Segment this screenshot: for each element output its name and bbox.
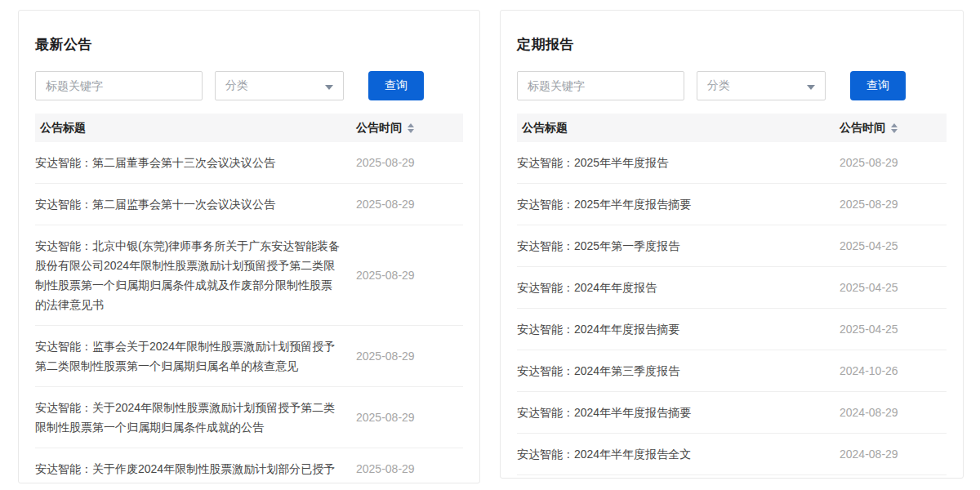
table-row[interactable]: 安达智能：2025年半年度报告 2025-08-29: [517, 142, 947, 184]
table-header: 公告标题 公告时间: [35, 114, 463, 142]
query-button[interactable]: 查询: [368, 71, 424, 100]
announcement-title[interactable]: 安达智能：关于作废2024年限制性股票激励计划部分已授予: [35, 459, 356, 479]
column-title-label: 公告标题: [40, 121, 356, 136]
keyword-input[interactable]: [517, 71, 684, 100]
report-title[interactable]: 安达智能：2025年半年度报告: [517, 153, 840, 172]
announcement-date: 2025-08-29: [356, 269, 463, 282]
report-date: 2025-04-25: [840, 323, 947, 336]
keyword-input[interactable]: [35, 71, 203, 100]
report-date: 2024-08-29: [840, 406, 947, 419]
column-date-label: 公告时间: [356, 121, 402, 136]
chevron-down-icon: [807, 85, 815, 90]
table-row[interactable]: 安达智能：第二届董事会第十三次会议决议公告 2025-08-29: [35, 142, 463, 184]
table-row[interactable]: 安达智能：2024年半年度报告全文 2024-08-29: [517, 434, 947, 475]
table-row[interactable]: 安达智能：2024年年度报告摘要 2025-04-25: [517, 309, 947, 350]
filter-bar: 分类 查询: [517, 71, 947, 100]
report-title[interactable]: 安达智能：2024年第三季度报告: [517, 361, 840, 381]
latest-announcements-panel: 最新公告 分类 查询 公告标题 公告时间 安达智能：第二届董事会第十三次会议决议…: [18, 10, 480, 483]
sort-icon[interactable]: [408, 123, 414, 133]
category-select[interactable]: 分类: [215, 71, 344, 100]
report-title[interactable]: 安达智能：2025年第一季度报告: [517, 236, 840, 256]
table-row[interactable]: 安达智能：关于2024年限制性股票激励计划预留授予第二类限制性股票第一个归属期归…: [35, 387, 463, 448]
column-title-label: 公告标题: [522, 121, 840, 136]
announcement-date: 2025-08-29: [356, 411, 463, 424]
filter-bar: 分类 查询: [35, 71, 463, 100]
report-title[interactable]: 安达智能：2024年半年度报告全文: [517, 444, 840, 464]
report-title[interactable]: 安达智能：2024年半年度报告摘要: [517, 403, 840, 422]
sort-icon[interactable]: [891, 123, 898, 133]
report-title[interactable]: 安达智能：2025年半年度报告摘要: [517, 194, 840, 214]
table-row[interactable]: 安达智能：监事会关于2024年限制性股票激励计划预留授予第二类限制性股票第一个归…: [35, 326, 463, 387]
table-row[interactable]: 安达智能：2024年第三季度报告 2024-10-26: [517, 350, 947, 392]
table-row[interactable]: 安达智能：第二届监事会第十一次会议决议公告 2025-08-29: [35, 184, 463, 225]
table-row[interactable]: 安达智能：2025年第一季度报告 2025-04-25: [517, 225, 947, 267]
table-row[interactable]: 安达智能：关于作废2024年限制性股票激励计划部分已授予 2025-08-29: [35, 448, 463, 483]
announcement-title[interactable]: 安达智能：关于2024年限制性股票激励计划预留授予第二类限制性股票第一个归属期归…: [35, 398, 356, 437]
table-row[interactable]: 安达智能：2024年半年度报告摘要 2024-08-29: [517, 392, 947, 434]
announcement-date: 2025-08-29: [356, 350, 463, 363]
announcement-title[interactable]: 安达智能：第二届监事会第十一次会议决议公告: [35, 194, 356, 214]
chevron-down-icon: [325, 85, 333, 90]
announcement-date: 2025-08-29: [356, 156, 463, 169]
periodic-reports-panel: 定期报告 分类 查询 公告标题 公告时间 安达智能：2025年半年度报告 202…: [500, 10, 964, 479]
panel-title: 定期报告: [517, 37, 947, 53]
report-title[interactable]: 安达智能：2024年年度报告: [517, 278, 840, 297]
table-row[interactable]: 安达智能：2024年年度报告 2025-04-25: [517, 267, 947, 309]
report-list: 安达智能：2025年半年度报告 2025-08-29 安达智能：2025年半年度…: [517, 142, 947, 475]
announcement-title[interactable]: 安达智能：北京中银(东莞)律师事务所关于广东安达智能装备股份有限公司2024年限…: [35, 236, 356, 314]
report-date: 2025-04-25: [840, 281, 947, 294]
report-date: 2025-04-25: [840, 239, 947, 252]
report-date: 2025-08-29: [840, 156, 947, 169]
table-row[interactable]: 安达智能：北京中银(东莞)律师事务所关于广东安达智能装备股份有限公司2024年限…: [35, 225, 463, 326]
report-title[interactable]: 安达智能：2024年年度报告摘要: [517, 319, 840, 339]
panel-title: 最新公告: [35, 37, 463, 53]
announcement-title[interactable]: 安达智能：第二届董事会第十三次会议决议公告: [35, 153, 356, 172]
table-row[interactable]: 安达智能：2025年半年度报告摘要 2025-08-29: [517, 184, 947, 225]
table-header: 公告标题 公告时间: [517, 114, 947, 142]
category-select-value: 分类: [225, 78, 248, 93]
category-select[interactable]: 分类: [697, 71, 826, 100]
query-button[interactable]: 查询: [850, 71, 906, 100]
announcement-date: 2025-08-29: [356, 198, 463, 211]
report-date: 2024-10-26: [840, 364, 947, 377]
announcement-list: 安达智能：第二届董事会第十三次会议决议公告 2025-08-29 安达智能：第二…: [35, 142, 463, 483]
announcement-date: 2025-08-29: [356, 462, 463, 475]
column-date-label: 公告时间: [840, 121, 885, 136]
report-date: 2024-08-29: [840, 448, 947, 461]
announcement-title[interactable]: 安达智能：监事会关于2024年限制性股票激励计划预留授予第二类限制性股票第一个归…: [35, 336, 356, 376]
report-date: 2025-08-29: [840, 198, 947, 211]
category-select-value: 分类: [707, 78, 730, 93]
